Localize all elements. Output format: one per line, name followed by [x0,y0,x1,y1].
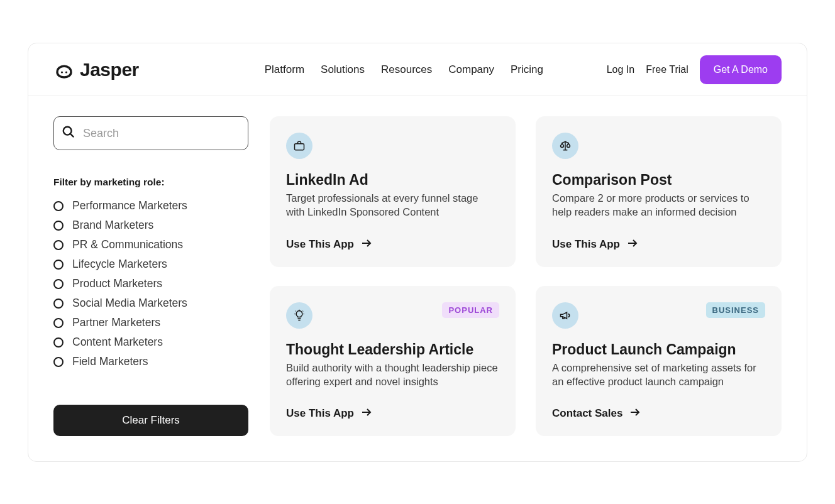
filter-option-label: Field Marketers [72,355,148,368]
card-cta[interactable]: Use This App [286,229,499,251]
arrow-right-icon [630,407,640,420]
filter-option[interactable]: Field Marketers [53,355,248,368]
radio-icon [53,240,64,250]
card-cta-label: Use This App [552,238,620,251]
radio-icon [53,279,64,289]
card-cta[interactable]: Contact Sales [552,398,765,420]
arrow-right-icon [362,238,372,251]
filter-option[interactable]: Performance Marketers [53,199,248,212]
lightbulb-icon [286,302,312,329]
card-cta-label: Contact Sales [552,407,622,420]
nav-solutions[interactable]: Solutions [321,63,365,76]
arrow-right-icon [362,407,372,420]
header: Jasper Platform Solutions Resources Comp… [28,43,807,96]
filter-option-label: Performance Marketers [72,199,187,212]
svg-line-3 [70,134,74,137]
search-input[interactable] [83,127,240,140]
filter-option-label: Partner Marketers [72,316,160,329]
card-description: Build authority with a thought leadershi… [286,361,499,389]
filter-option-label: Brand Marketers [72,219,153,232]
filter-option[interactable]: Social Media Marketers [53,297,248,310]
header-actions: Log In Free Trial Get A Demo [607,55,782,84]
get-demo-button[interactable]: Get A Demo [700,55,782,84]
card-product-launch: BUSINESS Product Launch Campaign A compr… [536,286,782,437]
filter-option-label: Product Marketers [72,277,162,290]
nav-company[interactable]: Company [448,63,494,76]
card-title: Thought Leadership Article [286,341,499,358]
card-title: Product Launch Campaign [552,341,765,358]
radio-icon [53,221,64,231]
radio-icon [53,318,64,328]
card-cta[interactable]: Use This App [552,229,765,251]
nav-resources[interactable]: Resources [381,63,432,76]
card-title: Comparison Post [552,172,765,189]
filter-option[interactable]: Brand Marketers [53,219,248,232]
popular-badge: POPULAR [442,302,499,318]
filter-option-label: Content Marketers [72,336,163,349]
filter-option[interactable]: Product Marketers [53,277,248,290]
filter-option[interactable]: PR & Communications [53,238,248,251]
main-nav: Platform Solutions Resources Company Pri… [265,63,543,76]
card-thought-leadership: POPULAR Thought Leadership Article Build… [270,286,516,437]
card-grid: LinkedIn Ad Target professionals at ever… [270,116,782,436]
radio-icon [53,260,64,270]
sidebar: Filter by marketing role: Performance Ma… [53,116,248,436]
svg-line-13 [302,310,303,311]
app-container: Jasper Platform Solutions Resources Comp… [28,43,807,462]
filter-option[interactable]: Partner Marketers [53,316,248,329]
free-trial-link[interactable]: Free Trial [646,64,688,75]
clear-filters-button[interactable]: Clear Filters [53,405,248,436]
filter-option-label: Lifecycle Marketers [72,258,167,271]
radio-icon [53,357,64,367]
card-cta-label: Use This App [286,407,354,420]
card-title: LinkedIn Ad [286,172,499,189]
svg-line-12 [296,310,296,311]
nav-platform[interactable]: Platform [265,63,304,76]
card-linkedin-ad: LinkedIn Ad Target professionals at ever… [270,116,516,267]
search-box[interactable] [53,116,248,150]
card-cta-label: Use This App [286,238,354,251]
svg-point-0 [61,71,63,73]
radio-icon [53,299,64,309]
body: Filter by marketing role: Performance Ma… [28,96,807,461]
filter-option[interactable]: Content Marketers [53,336,248,349]
search-icon [62,125,75,141]
filter-option-label: Social Media Marketers [72,297,187,310]
nav-pricing[interactable]: Pricing [511,63,543,76]
briefcase-icon [286,133,312,159]
filter-title: Filter by marketing role: [53,177,248,188]
card-description: Target professionals at every funnel sta… [286,191,499,219]
filter-option-label: PR & Communications [72,238,183,251]
card-cta[interactable]: Use This App [286,398,499,420]
card-description: A comprehensive set of marketing assets … [552,361,765,389]
radio-icon [53,201,64,211]
card-description: Compare 2 or more products or services t… [552,191,765,219]
login-link[interactable]: Log In [607,64,634,75]
megaphone-icon [552,302,578,329]
radio-icon [53,337,64,348]
card-comparison-post: Comparison Post Compare 2 or more produc… [536,116,782,267]
svg-point-2 [64,127,72,135]
svg-rect-4 [295,144,304,150]
svg-point-1 [65,71,67,73]
arrow-right-icon [628,238,638,251]
filter-option[interactable]: Lifecycle Marketers [53,258,248,271]
logo-text: Jasper [80,59,139,80]
logo-icon [53,60,75,79]
business-badge: BUSINESS [706,302,765,318]
logo[interactable]: Jasper [53,59,139,80]
filter-list: Performance Marketers Brand Marketers PR… [53,199,248,368]
scales-icon [552,133,578,159]
